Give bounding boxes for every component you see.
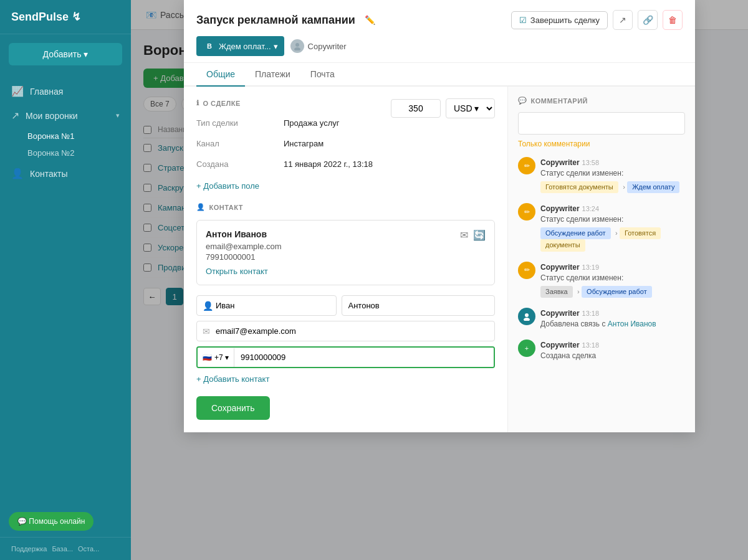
modal-body: ℹ О СДЕЛКЕ USD ▾ Тип сделки xyxy=(184,87,695,432)
arrow-icon: › xyxy=(615,229,618,237)
add-button[interactable]: Добавить ▾ xyxy=(9,43,122,65)
sidebar-sub-label: Воронка №2 xyxy=(27,148,75,158)
status-to-tag: Готовятся xyxy=(620,227,661,239)
first-name-input[interactable] xyxy=(196,295,337,316)
sidebar-item-funnel2[interactable]: Воронка №2 xyxy=(0,145,131,161)
comment-body: Copywriter 13:18 Добавлена связь с Антон… xyxy=(540,308,685,330)
comment-author: Copywriter xyxy=(540,204,580,213)
assignee-name: Copywriter xyxy=(308,42,347,51)
name-row: 👤 xyxy=(196,295,495,316)
deal-info-grid: Тип сделки Продажа услуг Канал Инстаграм… xyxy=(196,116,391,171)
save-button[interactable]: Сохранить xyxy=(196,396,270,420)
status-from-tag: Заявка xyxy=(540,286,573,298)
comments-title: 💬 КОММЕНТАРИЙ xyxy=(518,97,685,105)
status-badge[interactable]: В Ждем оплат... ▾ xyxy=(196,36,284,56)
arrow-icon: › xyxy=(623,183,625,191)
comments-filter-link[interactable]: Только комментарии xyxy=(518,140,685,148)
deal-section: ℹ О СДЕЛКЕ USD ▾ Тип сделки xyxy=(196,99,495,203)
sidebar-item-contacts[interactable]: 👤 Контакты xyxy=(0,161,131,186)
last-name-input[interactable] xyxy=(342,295,496,316)
status-from-tag: Готовятся документы xyxy=(540,181,618,193)
tab-general[interactable]: Общие xyxy=(196,63,245,87)
comment-body: Copywriter 13:18 Создана сделка xyxy=(540,339,685,361)
tab-mail[interactable]: Почта xyxy=(300,63,345,87)
comment-item: Copywriter 13:18 Добавлена связь с Антон… xyxy=(518,308,685,330)
sidebar-nav: 📈 Главная ↗ Мои воронки ▾ Воронка №1 Вор… xyxy=(0,74,131,512)
status-to-tag-2: документы xyxy=(540,239,585,251)
comment-text: Статус сделки изменен: Готовятся докумен… xyxy=(540,168,685,193)
modal-tabs: Общие Платежи Почта xyxy=(184,63,695,87)
comment-body: Copywriter 13:58 Статус сделки изменен: … xyxy=(540,157,685,193)
refresh-contact-button[interactable]: 🔄 xyxy=(473,229,486,241)
remain-label: Оста... xyxy=(78,545,99,553)
comment-time: 13:58 xyxy=(582,159,600,166)
deal-created-value: 11 января 2022 г., 13:18 xyxy=(284,157,391,171)
open-contact-link[interactable]: Открыть контакт xyxy=(206,267,268,276)
contact-icons: ✉ 🔄 xyxy=(460,229,486,241)
phone-input[interactable] xyxy=(234,348,494,367)
sidebar-item-home[interactable]: 📈 Главная xyxy=(0,79,131,103)
add-field-text: + Добавить поле xyxy=(196,181,259,191)
status-dropdown-icon: ▾ xyxy=(274,42,278,51)
status-from-tag: Обсуждение работ xyxy=(540,227,611,239)
comment-body: Copywriter 13:24 Статус сделки изменен: … xyxy=(540,203,685,252)
svg-point-1 xyxy=(294,47,300,50)
comment-text: Добавлена связь с Антон Иванов xyxy=(540,319,685,330)
logo: SendPulse ↯ xyxy=(0,0,131,34)
sidebar-item-funnels[interactable]: ↗ Мои воронки ▾ xyxy=(0,103,131,128)
flag-icon: 🇷🇺 xyxy=(203,353,212,362)
phone-flag[interactable]: 🇷🇺 +7 ▾ xyxy=(198,348,234,367)
comment-body: Copywriter 13:19 Статус сделки изменен: … xyxy=(540,262,685,298)
assignee-avatar xyxy=(290,39,304,53)
status-change: Обсуждение работ › Готовятся документы xyxy=(540,227,685,252)
comment-avatar: ✏ xyxy=(518,157,535,174)
comment-input[interactable] xyxy=(518,112,685,135)
base-link[interactable]: База... xyxy=(52,545,73,553)
svg-point-2 xyxy=(525,313,529,317)
sidebar-footer: Поддержка База... Оста... xyxy=(0,537,131,560)
save-label: Сохранить xyxy=(211,403,255,413)
email-input[interactable] xyxy=(196,321,495,341)
deal-channel-value: Инстаграм xyxy=(284,136,391,151)
add-button-label: Добавить ▾ xyxy=(43,49,89,59)
tab-payments[interactable]: Платежи xyxy=(245,63,300,87)
email-icon: ✉ xyxy=(203,326,210,336)
logo-text: SendPulse ↯ xyxy=(11,10,81,24)
add-contact-link[interactable]: + Добавить контакт xyxy=(196,374,495,384)
support-link[interactable]: Поддержка xyxy=(11,545,47,553)
comment-item: ✏ Copywriter 13:24 Статус сделки изменен… xyxy=(518,203,685,252)
comment-avatar: ✏ xyxy=(518,262,535,279)
modal-header: Запуск рекламной кампании ✏️ ☑ Завершить… xyxy=(184,30,695,63)
comment-author: Copywriter xyxy=(540,309,580,318)
deal-created-label: Создана xyxy=(196,157,284,171)
contact-section-label: 👤 КОНТАКТ xyxy=(196,203,495,211)
currency-select[interactable]: USD ▾ xyxy=(446,98,495,118)
comment-avatar: + xyxy=(518,339,535,357)
sidebar-sub-label: Воронка №1 xyxy=(27,131,75,141)
svg-point-0 xyxy=(295,43,299,47)
add-field-link[interactable]: + Добавить поле xyxy=(196,181,495,191)
amount-input[interactable] xyxy=(391,99,441,118)
add-contact-text: + Добавить контакт xyxy=(196,374,269,384)
comment-author: Copywriter xyxy=(540,341,580,349)
email-contact-button[interactable]: ✉ xyxy=(460,229,468,241)
sidebar-item-funnel1[interactable]: Воронка №1 xyxy=(0,128,131,145)
contact-phone: 79910000001 xyxy=(206,252,282,262)
filter-link-text: Только комментарии xyxy=(518,140,590,148)
main-content: 📧 Рассылки 💬 Чат-б... Воронка № + Добави… xyxy=(131,0,748,560)
help-button[interactable]: 💬 Помощь онлайн xyxy=(9,512,94,531)
page-area: Воронка № + Добавить сделку ☰ Все 7 Заяв… xyxy=(131,30,748,560)
comment-time: 13:19 xyxy=(582,263,600,271)
sidebar-item-label: Мои воронки xyxy=(26,111,78,121)
comment-item: ✏ Copywriter 13:58 Статус сделки изменен… xyxy=(518,157,685,193)
contact-link-in-comment[interactable]: Антон Иванов xyxy=(608,320,656,328)
comment-text: Создана сделка xyxy=(540,351,685,361)
comment-text: Статус сделки изменен: Заявка › Обсужден… xyxy=(540,273,685,298)
svg-point-3 xyxy=(524,318,530,321)
status-change: Заявка › Обсуждение работ xyxy=(540,286,685,298)
phone-row: 🇷🇺 +7 ▾ xyxy=(196,346,495,368)
comments-title-text: КОММЕНТАРИЙ xyxy=(531,97,588,105)
comments-panel: 💬 КОММЕНТАРИЙ Только комментарии ✏ Copyw… xyxy=(508,87,695,432)
comment-avatar: ✏ xyxy=(518,203,535,221)
modal-status-row: В Ждем оплат... ▾ Copywriter xyxy=(196,36,683,56)
